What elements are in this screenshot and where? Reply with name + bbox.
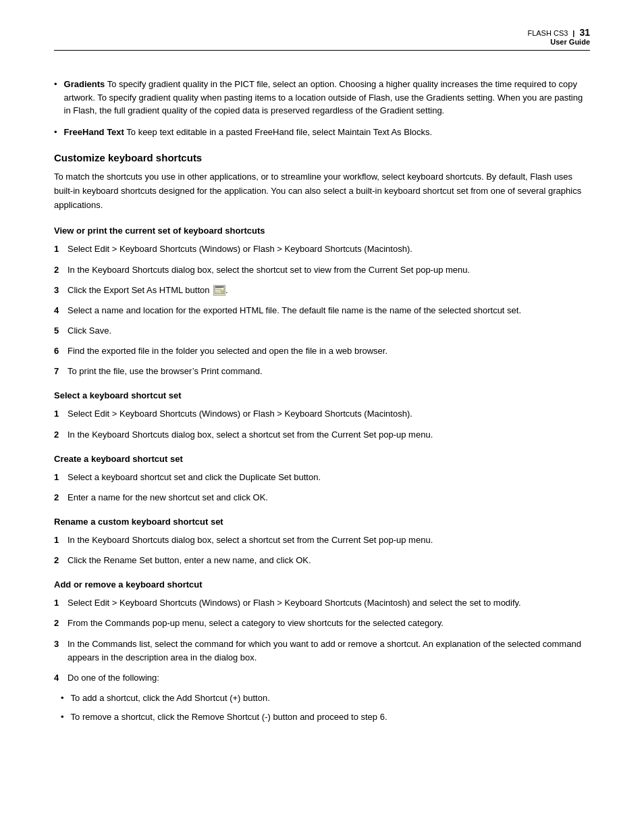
svg-rect-1 xyxy=(215,287,221,288)
list-item: 2 From the Commands pop-up menu, select … xyxy=(54,617,590,630)
header-top-row: FLASH CS3 | 31 xyxy=(527,27,590,38)
item-num: 2 xyxy=(54,491,68,504)
bullet-dot-sub1: • xyxy=(61,692,64,705)
bullet-dot-1: • xyxy=(54,78,57,118)
subheading-view-print: View or print the current set of keyboar… xyxy=(54,226,590,236)
item-num: 6 xyxy=(54,344,68,358)
subheading-rename: Rename a custom keyboard shortcut set xyxy=(54,517,590,527)
item-text: In the Keyboard Shortcuts dialog box, se… xyxy=(68,263,590,277)
period: . xyxy=(225,285,228,295)
bullet-freehand: • FreeHand Text To keep text editable in… xyxy=(54,126,590,139)
list-item: 5 Click Save. xyxy=(54,324,590,338)
item-num: 2 xyxy=(54,617,68,630)
item-text: To print the file, use the browser’s Pri… xyxy=(68,365,590,378)
term-gradients: Gradients xyxy=(64,79,105,89)
item-text: Click Save. xyxy=(68,324,590,338)
item-num: 1 xyxy=(54,471,68,484)
item-text: Find the exported file in the folder you… xyxy=(68,344,590,358)
list-item: 2 Click the Rename Set button, enter a n… xyxy=(54,554,590,567)
sub-bullet-add-text: To add a shortcut, click the Add Shortcu… xyxy=(71,692,590,705)
list-item: 2 In the Keyboard Shortcuts dialog box, … xyxy=(54,428,590,442)
list-create: 1 Select a keyboard shortcut set and cli… xyxy=(54,471,590,504)
list-item: 1 Select Edit > Keyboard Shortcuts (Wind… xyxy=(54,596,590,610)
item-text: In the Keyboard Shortcuts dialog box, se… xyxy=(68,533,590,547)
bullet-dot-sub2: • xyxy=(61,710,64,724)
item-text-export: Click the Export Set As HTML button . xyxy=(68,284,590,297)
item-text: Do one of the following: xyxy=(68,671,590,685)
item-num: 2 xyxy=(54,263,68,277)
item-num: 5 xyxy=(54,324,68,338)
list-item: 7 To print the file, use the browser’s P… xyxy=(54,365,590,378)
item-text: From the Commands pop-up menu, select a … xyxy=(68,617,590,630)
svg-rect-4 xyxy=(215,292,219,293)
top-bullets: • Gradients To specify gradient quality … xyxy=(54,78,590,138)
header-product: FLASH CS3 xyxy=(527,29,568,37)
bullet-dot-2: • xyxy=(54,126,57,139)
item-text: In the Keyboard Shortcuts dialog box, se… xyxy=(68,428,590,442)
item-num: 1 xyxy=(54,596,68,610)
list-view-print: 1 Select Edit > Keyboard Shortcuts (Wind… xyxy=(54,242,590,378)
item-text: Click the Rename Set button, enter a new… xyxy=(68,554,590,567)
bullet-freehand-body: To keep text editable in a pasted FreeHa… xyxy=(124,127,432,137)
list-item: 4 Select a name and location for the exp… xyxy=(54,304,590,317)
subheading-create: Create a keyboard shortcut set xyxy=(54,454,590,464)
header-right: FLASH CS3 | 31 User Guide xyxy=(527,27,590,46)
item-text: Select Edit > Keyboard Shortcuts (Window… xyxy=(68,596,590,610)
term-freehand: FreeHand Text xyxy=(64,127,124,137)
page: FLASH CS3 | 31 User Guide • Gradients To… xyxy=(0,0,644,834)
bullet-gradients: • Gradients To specify gradient quality … xyxy=(54,78,590,118)
item-text: Select a name and location for the expor… xyxy=(68,304,590,317)
list-item-export: 3 Click the Export Set As HTML button . xyxy=(54,284,590,297)
subheading-select: Select a keyboard shortcut set xyxy=(54,390,590,400)
item-num: 3 xyxy=(54,284,68,297)
header-guide: User Guide xyxy=(550,38,590,46)
export-label: Click the Export Set As HTML button xyxy=(68,285,212,295)
item-num: 2 xyxy=(54,554,68,567)
item-num: 2 xyxy=(54,428,68,442)
item-text: Select Edit > Keyboard Shortcuts (Window… xyxy=(68,407,590,421)
item-num: 1 xyxy=(54,242,68,256)
list-item: 6 Find the exported file in the folder y… xyxy=(54,344,590,358)
list-item: 1 Select Edit > Keyboard Shortcuts (Wind… xyxy=(54,242,590,256)
section-heading-customize: Customize keyboard shortcuts xyxy=(54,152,590,163)
main-content: • Gradients To specify gradient quality … xyxy=(54,71,590,724)
list-item: 1 Select Edit > Keyboard Shortcuts (Wind… xyxy=(54,407,590,421)
item-text: Enter a name for the new shortcut set an… xyxy=(68,491,590,504)
page-number: 31 xyxy=(579,27,590,38)
header-separator: | xyxy=(572,29,574,37)
item-num: 1 xyxy=(54,407,68,421)
list-item: 3 In the Commands list, select the comma… xyxy=(54,637,590,664)
list-select: 1 Select Edit > Keyboard Shortcuts (Wind… xyxy=(54,407,590,441)
list-item: 1 In the Keyboard Shortcuts dialog box, … xyxy=(54,533,590,547)
item-num: 7 xyxy=(54,365,68,378)
page-header: FLASH CS3 | 31 User Guide xyxy=(54,27,590,51)
section-intro: To match the shortcuts you use in other … xyxy=(54,170,590,212)
svg-rect-5 xyxy=(221,290,223,293)
list-item: 1 Select a keyboard shortcut set and cli… xyxy=(54,471,590,484)
item-num: 3 xyxy=(54,637,68,664)
item-text: Select Edit > Keyboard Shortcuts (Window… xyxy=(68,242,590,256)
bullet-gradients-body: To specify gradient quality in the PICT … xyxy=(64,79,583,115)
export-html-icon xyxy=(213,285,225,296)
list-item: 2 Enter a name for the new shortcut set … xyxy=(54,491,590,504)
bullet-gradients-text: Gradients To specify gradient quality in… xyxy=(64,78,590,118)
subheading-add-remove: Add or remove a keyboard shortcut xyxy=(54,579,590,590)
list-rename: 1 In the Keyboard Shortcuts dialog box, … xyxy=(54,533,590,567)
list-add-remove: 1 Select Edit > Keyboard Shortcuts (Wind… xyxy=(54,596,590,685)
sub-bullet-add: • To add a shortcut, click the Add Short… xyxy=(54,692,590,705)
item-num: 4 xyxy=(54,671,68,685)
svg-rect-2 xyxy=(215,289,222,290)
item-text: In the Commands list, select the command… xyxy=(68,637,590,664)
item-num: 4 xyxy=(54,304,68,317)
item-num: 1 xyxy=(54,533,68,547)
bullet-freehand-text: FreeHand Text To keep text editable in a… xyxy=(64,126,590,139)
list-item: 4 Do one of the following: xyxy=(54,671,590,685)
sub-bullet-remove: • To remove a shortcut, click the Remove… xyxy=(54,710,590,724)
list-item: 2 In the Keyboard Shortcuts dialog box, … xyxy=(54,263,590,277)
sub-bullet-remove-text: To remove a shortcut, click the Remove S… xyxy=(71,710,590,724)
item-text: Select a keyboard shortcut set and click… xyxy=(68,471,590,484)
